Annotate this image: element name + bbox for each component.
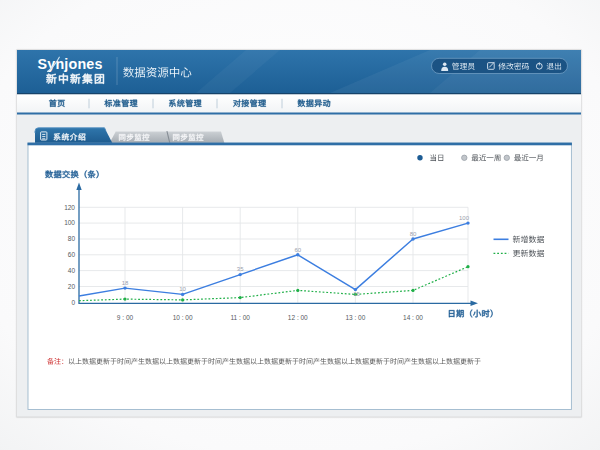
svg-text:10 : 00: 10 : 00 (173, 314, 193, 321)
svg-text:15: 15 (353, 291, 360, 297)
svg-text:12 : 00: 12 : 00 (288, 314, 308, 321)
svg-text:20: 20 (68, 283, 76, 290)
svg-text:80: 80 (68, 235, 76, 242)
svg-text:80: 80 (410, 231, 417, 237)
svg-text:14 : 00: 14 : 00 (403, 314, 423, 321)
svg-text:0: 0 (71, 299, 75, 306)
svg-text:Synjones: Synjones (38, 56, 103, 72)
svg-text:120: 120 (64, 204, 75, 211)
svg-text:100: 100 (459, 215, 470, 221)
svg-text:60: 60 (68, 251, 76, 258)
svg-text:40: 40 (68, 267, 76, 274)
svg-text:18: 18 (122, 280, 129, 286)
svg-text:60: 60 (294, 247, 301, 253)
svg-text:11 : 00: 11 : 00 (230, 314, 250, 321)
svg-text:100: 100 (64, 219, 75, 226)
svg-text:9 : 00: 9 : 00 (117, 314, 134, 321)
svg-text:35: 35 (237, 266, 244, 272)
svg-text:13 : 00: 13 : 00 (345, 314, 365, 321)
svg-text:10: 10 (179, 286, 186, 292)
